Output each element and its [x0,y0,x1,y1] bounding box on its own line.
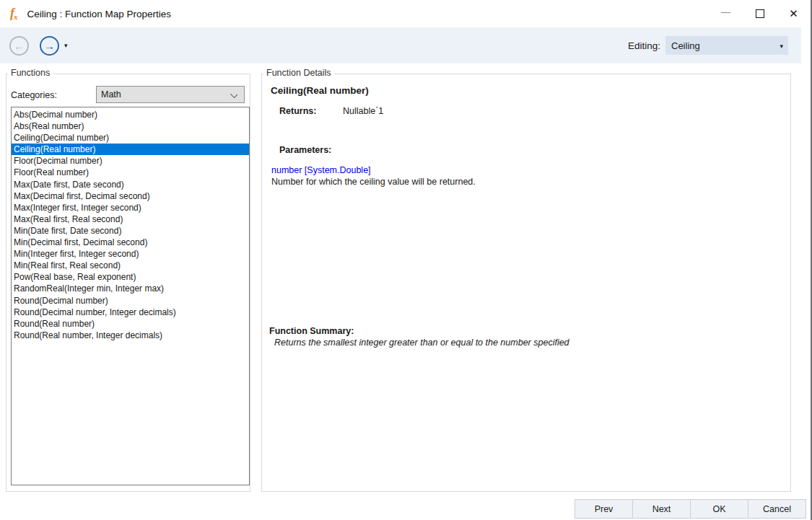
functions-group-label: Functions [8,68,53,78]
function-list-item[interactable]: Round(Decimal number, Integer decimals) [12,307,249,318]
prev-button[interactable]: Prev [575,499,633,519]
toolbar: ← → ▾ Editing: Ceiling ▾ [0,27,801,63]
categories-combobox[interactable]: Math [96,86,245,103]
ok-button[interactable]: OK [690,499,748,519]
function-list-item[interactable]: Floor(Real number) [12,167,249,178]
footer-button-row: Prev Next OK Cancel [575,499,806,519]
close-icon: ✕ [789,7,798,20]
chevron-down-icon [230,91,237,98]
function-list-item[interactable]: Round(Real number, Integer decimals) [12,330,249,341]
parameter-description: Number for which the ceiling value will … [271,177,476,187]
categories-label: Categories: [11,90,57,100]
function-list-item[interactable]: Max(Date first, Date second) [12,179,249,190]
function-list-item[interactable]: Max(Decimal first, Decimal second) [12,190,249,202]
forward-dropdown-button[interactable]: ▾ [64,42,68,49]
function-details-group-label: Function Details [263,68,334,78]
function-list-item[interactable]: RandomReal(Integer min, Integer max) [12,283,249,294]
function-list-item[interactable]: Min(Real first, Real second) [12,260,249,271]
titlebar: fx Ceiling : Function Map Properties — ✕ [0,0,811,27]
function-details-groupbox: Function Details Ceiling(Real number) Re… [261,74,791,492]
back-arrow-icon: ← [14,40,25,52]
function-list-item[interactable]: Floor(Decimal number) [12,155,249,167]
back-button[interactable]: ← [9,36,29,56]
function-list-item[interactable]: Ceiling(Real number) [12,144,249,155]
next-button[interactable]: Next [632,499,691,519]
function-listbox[interactable]: Abs(Decimal number)Abs(Real number)Ceili… [11,107,250,485]
fx-icon: fx [10,6,18,21]
functions-groupbox: Functions Categories: Math Abs(Decimal n… [6,74,250,492]
function-summary-text: Returns the smallest integer greater tha… [274,338,569,348]
maximize-button[interactable] [743,0,777,27]
parameter-name: number [System.Double] [271,165,371,175]
editing-combobox-value: Ceiling [671,40,700,51]
function-list-item[interactable]: Max(Real first, Real second) [12,213,249,225]
editing-label: Editing: [628,40,660,51]
function-list-item[interactable]: Min(Date first, Date second) [12,225,249,237]
function-list-item[interactable]: Pow(Real base, Real exponent) [12,271,249,283]
cancel-button[interactable]: Cancel [748,499,806,519]
categories-combobox-value: Math [101,89,121,100]
function-list-item[interactable]: Ceiling(Decimal number) [12,132,249,144]
window: { "window": { "title": "Ceiling : Functi… [0,0,812,520]
chevron-down-icon: ▾ [780,43,783,50]
function-list-item[interactable]: Round(Decimal number) [12,295,249,307]
editing-area: Editing: Ceiling ▾ [628,36,788,55]
returns-value: Nullable`1 [343,106,383,116]
window-title: Ceiling : Function Map Properties [27,9,172,19]
forward-arrow-icon: → [44,40,55,52]
returns-label: Returns: [279,106,316,116]
minimize-button[interactable]: — [709,0,743,27]
function-list-item[interactable]: Round(Real number) [12,318,249,330]
parameters-label: Parameters: [279,145,331,155]
function-list-item[interactable]: Max(Integer first, Integer second) [12,202,249,213]
function-list-item[interactable]: Min(Decimal first, Decimal second) [12,237,249,248]
maximize-icon [756,9,764,18]
editing-combobox[interactable]: Ceiling ▾ [665,36,788,55]
function-signature: Ceiling(Real number) [271,85,369,96]
function-summary-label: Function Summary: [269,326,354,336]
close-button[interactable]: ✕ [777,0,811,27]
function-list-item[interactable]: Min(Integer first, Integer second) [12,248,249,260]
window-controls: — ✕ [709,0,811,27]
function-list-item[interactable]: Abs(Real number) [12,120,249,132]
minimize-icon: — [721,6,730,17]
function-list-item[interactable]: Abs(Decimal number) [12,109,249,120]
forward-button[interactable]: → [40,36,59,56]
